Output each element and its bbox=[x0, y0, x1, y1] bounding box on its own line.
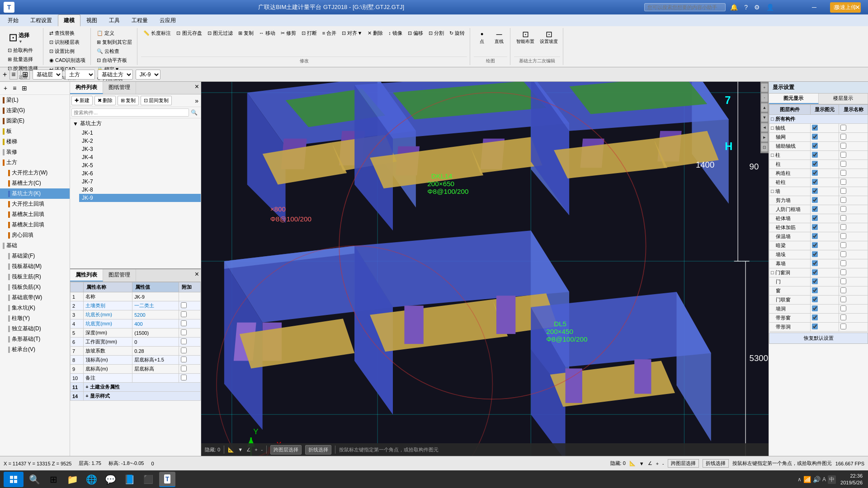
left-item-raft-R[interactable]: 筏板主筋(R) bbox=[0, 272, 70, 282]
axisaux-name-cb[interactable] bbox=[839, 142, 868, 151]
row-value-4[interactable]: 400 bbox=[132, 319, 179, 328]
axis-name-cb[interactable] bbox=[839, 124, 868, 133]
question-icon[interactable]: ? bbox=[742, 3, 750, 12]
tray-icon-1[interactable]: ∧ bbox=[797, 476, 802, 483]
taskbar-explorer[interactable]: 📁 bbox=[64, 472, 80, 487]
figure-filter-btn[interactable]: ⊡ 图元过滤 bbox=[205, 29, 235, 38]
tray-sound[interactable]: 🔊 bbox=[813, 476, 821, 483]
row-extra-2[interactable] bbox=[179, 301, 200, 310]
door-window-show-cb[interactable] bbox=[810, 268, 839, 277]
concrete-wall-show-cb[interactable] bbox=[810, 214, 839, 223]
left-item-pit-K[interactable]: 基坑土方(K) bbox=[0, 188, 70, 199]
break-btn[interactable]: ⊡ 打断 bbox=[299, 29, 319, 38]
tab-start[interactable]: 开始 bbox=[2, 14, 24, 26]
close-button[interactable]: ✕ bbox=[847, 0, 868, 14]
move-btn[interactable]: ↔ 移动 bbox=[257, 29, 278, 38]
nav-left-btn[interactable]: ◄ bbox=[761, 123, 768, 132]
tree-item-JK2[interactable]: JK-2 bbox=[79, 137, 201, 145]
floor-copy-btn[interactable]: ⊡ 层间复制 bbox=[141, 96, 172, 105]
left-item-decoration[interactable]: 装修 bbox=[0, 147, 70, 157]
cross-floor-select-btn[interactable]: 跨图层选择 bbox=[270, 445, 302, 455]
wall-buttress-name-cb[interactable] bbox=[839, 250, 868, 259]
tree-item-JK7[interactable]: JK-7 bbox=[79, 178, 201, 186]
title-search[interactable] bbox=[644, 3, 726, 11]
axisaux-show-cb[interactable] bbox=[810, 142, 839, 151]
tab-layer-mgmt[interactable]: 图层管理 bbox=[103, 269, 136, 282]
taskbar-app1[interactable]: ⬛ bbox=[140, 472, 156, 487]
window-name-cb[interactable] bbox=[839, 286, 868, 296]
add-icon[interactable]: + bbox=[1, 83, 9, 93]
pick-component-btn[interactable]: ⊡ 拾取构件 bbox=[5, 46, 40, 55]
pillar-name-cb[interactable] bbox=[839, 160, 868, 169]
left-item-trench-C[interactable]: 基槽土方(C) bbox=[0, 178, 70, 188]
tab-cloud[interactable]: 云应用 bbox=[154, 14, 182, 26]
left-item-pile-V[interactable]: 桩承台(V) bbox=[0, 344, 70, 355]
strip-hole-show-cb[interactable] bbox=[810, 323, 839, 332]
left-item-isolated-D[interactable]: 独立基础(D) bbox=[0, 324, 70, 334]
tray-ime[interactable]: 中 bbox=[828, 475, 836, 484]
tray-lang[interactable]: A bbox=[822, 476, 826, 483]
prop-group-row-11[interactable]: 11 + 土建业务属性 bbox=[71, 383, 201, 392]
left-item-strip-T[interactable]: 条形基础(T) bbox=[0, 334, 70, 344]
taskbar-search[interactable]: 🔍 bbox=[26, 472, 42, 487]
left-item-foundation-beam[interactable]: 基础梁(F) bbox=[0, 251, 70, 261]
nav-right-btn[interactable]: ► bbox=[761, 133, 768, 142]
shear-wall-show-cb[interactable] bbox=[810, 196, 839, 205]
strip-window-show-cb[interactable] bbox=[810, 314, 839, 323]
identify-floor-btn[interactable]: ⊡ 识别楼层表 bbox=[47, 38, 88, 47]
left-item-col-base-Y[interactable]: 柱墩(Y) bbox=[0, 313, 70, 324]
tree-item-JK8[interactable]: JK-8 bbox=[79, 186, 201, 194]
row-extra-3[interactable] bbox=[179, 310, 200, 319]
prop-group-row-14[interactable]: 14 + 显示样式 bbox=[71, 392, 201, 401]
door-show-cb[interactable] bbox=[810, 277, 839, 286]
tab-settings[interactable]: 工程设置 bbox=[24, 14, 58, 26]
window-show-cb[interactable] bbox=[810, 286, 839, 296]
row-value-7[interactable]: 0.28 bbox=[132, 347, 179, 356]
insulation-name-cb[interactable] bbox=[839, 232, 868, 241]
user-icon[interactable]: 👤 bbox=[764, 3, 776, 12]
tab-component-list[interactable]: 构件列表 bbox=[70, 82, 103, 94]
canvas-area[interactable]: 3 5 6 7 H 3200 5000 1400 90 5300 DKL14 2… bbox=[201, 82, 769, 456]
figure-store-btn[interactable]: ⊡ 图元存盘 bbox=[174, 29, 204, 38]
define-btn[interactable]: 📋 定义 bbox=[94, 29, 134, 38]
minimize-button[interactable]: ─ bbox=[804, 0, 825, 14]
wall-hole-show-cb[interactable] bbox=[810, 305, 839, 314]
struct-col-show-cb[interactable] bbox=[810, 169, 839, 178]
left-item-trench-fill2[interactable]: 基槽灰土回填 bbox=[0, 220, 70, 230]
tab-quantity[interactable]: 工程量 bbox=[126, 14, 154, 26]
system-clock[interactable]: 22:36 2019/5/26 bbox=[839, 472, 864, 488]
snap-minus[interactable]: - bbox=[261, 447, 263, 452]
left-item-stairs[interactable]: 楼梯 bbox=[0, 136, 70, 147]
align-btn[interactable]: ⊡ 对齐▼ bbox=[340, 29, 364, 38]
view-grid-icon[interactable]: ⊞ bbox=[20, 69, 30, 80]
wall-hole-name-cb[interactable] bbox=[839, 305, 868, 314]
curtain-name-cb[interactable] bbox=[839, 259, 868, 268]
copy-component-btn[interactable]: ⊞ 复制 bbox=[118, 96, 139, 105]
set-slope-btn[interactable]: ⊡设置坡度 bbox=[538, 29, 560, 46]
concrete-wall-bar-show-cb[interactable] bbox=[810, 223, 839, 232]
wall-show-cb[interactable] bbox=[810, 187, 839, 196]
tree-item-JK1[interactable]: JK-1 bbox=[79, 129, 201, 137]
minus-snap[interactable]: - bbox=[662, 461, 664, 466]
find-replace-btn[interactable]: ⇄ 查找替换 bbox=[47, 29, 88, 38]
maximize-button[interactable]: □ bbox=[826, 0, 846, 14]
tree-item-JK3[interactable]: JK-3 bbox=[79, 145, 201, 153]
snap-angle[interactable]: ∠ bbox=[246, 447, 251, 453]
left-item-bigdig-fill[interactable]: 大开挖土回填 bbox=[0, 199, 70, 209]
taskbar-gtj[interactable]: T bbox=[159, 472, 175, 487]
length-mark-btn[interactable]: 📏 长度标注 bbox=[141, 29, 173, 38]
axisgrid-show-cb[interactable] bbox=[810, 133, 839, 142]
view-list-icon[interactable]: ≡ bbox=[9, 70, 17, 80]
shear-wall-name-cb[interactable] bbox=[839, 196, 868, 205]
concrete-col-show-cb[interactable] bbox=[810, 178, 839, 187]
row-value-1[interactable]: JK-9 bbox=[132, 292, 179, 301]
start-button[interactable] bbox=[4, 472, 24, 487]
struct-col-name-cb[interactable] bbox=[839, 169, 868, 178]
left-item-trench-fill1[interactable]: 基槽灰土回填 bbox=[0, 209, 70, 220]
left-item-raft-M[interactable]: 筏板基础(M) bbox=[0, 261, 70, 272]
reset-view-btn[interactable]: ⊡ bbox=[761, 143, 768, 152]
copy-to-floor-btn[interactable]: ⊞ 复制到其它层 bbox=[94, 38, 134, 47]
door-window-name-cb[interactable] bbox=[839, 268, 868, 277]
dark-beam-name-cb[interactable] bbox=[839, 241, 868, 250]
tree-item-JK6[interactable]: JK-6 bbox=[79, 169, 201, 178]
